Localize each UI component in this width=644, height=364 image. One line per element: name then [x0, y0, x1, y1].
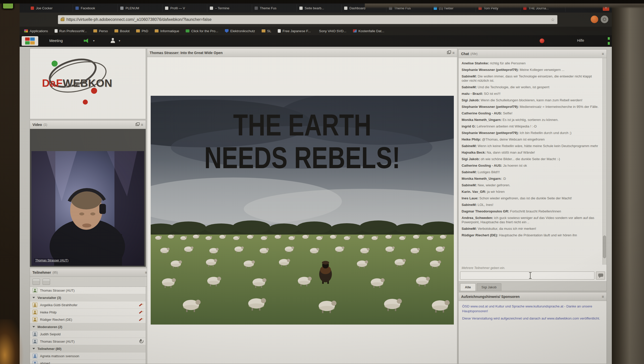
bookmark-label: Run ProfessorW...: [59, 29, 87, 33]
browser-action-icon[interactable]: [591, 16, 598, 23]
bookmark-item[interactable]: Perso: [93, 29, 108, 33]
tab-favicon-icon: [120, 7, 124, 10]
chat-pod-header: Chat (Alle) ≡: [459, 50, 607, 58]
browser-tab[interactable]: Facebook: [73, 4, 118, 12]
logo-square-green: [25, 41, 30, 44]
send-message-button[interactable]: [596, 271, 605, 280]
chat-text: oh wie schöne Bilder... die dunkle Seite…: [481, 157, 560, 161]
bookmark-icon: [353, 29, 357, 32]
chat-message: SabineMNee, wieder gefroren.: [462, 183, 599, 187]
browser-tab[interactable]: Joe Cocker: [28, 4, 73, 12]
browser-tab[interactable]: – Termine: [207, 4, 252, 12]
bookmark-item[interactable]: Click for the Pro...: [186, 29, 218, 33]
slide-image: THE EARTH NEEDS REBELS!: [151, 96, 454, 325]
participant-right-icon: [139, 332, 143, 336]
participant-right-icon: [139, 325, 143, 329]
chat-author: Dagmar Theodoropoulos GR: [462, 209, 510, 213]
bookmark-item[interactable]: PhD: [136, 29, 148, 33]
tab-favicon-icon: [31, 7, 34, 10]
bookmark-item[interactable]: Kostenfalle Dat...: [353, 29, 384, 33]
tab-favicon-icon: [75, 7, 79, 10]
chat-author: Stephanie Woessner (petiteprof79): [462, 131, 520, 135]
chat-author: Sigi Jakob: [462, 157, 481, 161]
chat-message: SabineMLOL, Ines!: [462, 203, 599, 207]
monitor-bezel: [612, 0, 644, 364]
bookmark-icon: [93, 29, 97, 32]
bookmark-item[interactable]: Sony VAIO SVD...: [317, 29, 346, 33]
fullscreen-icon[interactable]: [447, 51, 450, 54]
participant-row[interactable]: Teilnehmer (80): [30, 345, 146, 352]
bookmark-star-icon[interactable]: ☆: [551, 17, 555, 22]
view-options-button[interactable]: [43, 279, 50, 285]
speaker-dropdown-caret-icon[interactable]: ▾: [93, 39, 95, 42]
chat-scrollbar-thumb[interactable]: [603, 236, 606, 258]
browser-tab[interactable]: Profil — V: [163, 4, 207, 12]
pod-menu-icon[interactable]: ≡: [602, 52, 604, 56]
participant-row[interactable]: Thomas Strasser (AUT): [30, 338, 146, 345]
participants-toolbar: [30, 277, 150, 287]
sponsor-text-line: Diese Veranstaltung wird aufgezeichnet u…: [462, 316, 603, 321]
chat-author: Rüdiger Riechert (DE): [462, 233, 499, 237]
bookmark-item[interactable]: Applications: [24, 29, 48, 33]
gear-icon[interactable]: [601, 16, 608, 23]
pod-menu-icon[interactable]: ≡: [602, 295, 604, 298]
participant-row[interactable]: Thomas Strasser (AUT): [30, 287, 146, 294]
chat-tabs: Alle Sigi Jakob: [459, 281, 607, 291]
bookmark-label: Free Japanese F...: [283, 29, 311, 33]
chat-text: Selfie!: [503, 111, 513, 115]
group-collapse-icon[interactable]: [32, 326, 35, 328]
bookmark-label: Boulot: [120, 29, 130, 33]
chat-text: Schon wieder eingefroren, das ist die du…: [479, 196, 572, 200]
chat-text: Ja hoeren ist ok: [503, 164, 527, 167]
pod-menu-icon[interactable]: ≡: [452, 51, 455, 55]
chat-tab[interactable]: Alle: [460, 283, 476, 291]
logo-square-yellow: [30, 41, 35, 44]
participant-row[interactable]: Veranstalter (3): [30, 294, 146, 301]
chat-scrollbar[interactable]: [602, 58, 607, 265]
browser-tab[interactable]: PLENUM: [118, 4, 163, 12]
bookmark-item[interactable]: Boulot: [114, 29, 130, 33]
chat-message: Hajnalka BeckNa, dann stößt man auf Wänd…: [462, 150, 599, 155]
speaker-icon[interactable]: [84, 38, 89, 43]
bookmark-item[interactable]: Informatique: [155, 29, 179, 33]
bookmark-item[interactable]: Elektronikschutz: [225, 29, 255, 33]
group-collapse-icon[interactable]: [32, 348, 35, 349]
webcam-image: [31, 151, 144, 266]
chat-message: Dagmar Theodoropoulos GRFortschritt brau…: [462, 209, 599, 213]
chat-message: ingrid GLehrerInnen arbeiten mit Wikiped…: [462, 124, 599, 128]
participant-row[interactable]: Moderatoren (2): [30, 323, 146, 331]
set-status-button[interactable]: [32, 279, 40, 285]
chat-message: Heike Philp@Thomas, deine Webcam ist ein…: [462, 137, 599, 142]
participant-row[interactable]: Agneta mattsson svensson: [30, 352, 146, 360]
participants-pod: Teilnehmer (85) ≡ Tho: [30, 268, 150, 364]
status-person-icon[interactable]: [110, 38, 115, 43]
participant-row[interactable]: Judith Seipold: [30, 331, 146, 338]
chat-input[interactable]: [460, 271, 594, 280]
tab-label: Seite bearb...: [305, 6, 324, 10]
browser-tab[interactable]: Theme Fus: [252, 4, 297, 12]
bookmark-item[interactable]: SL: [262, 29, 271, 33]
chat-tab-label: Alle: [465, 285, 471, 289]
participant-row[interactable]: Angelika Güttl-Strahlhofer: [30, 301, 146, 309]
chat-tab[interactable]: Sigi Jakob: [477, 283, 501, 291]
bookmark-item[interactable]: Free Japanese F...: [278, 29, 311, 33]
url-bar[interactable]: https://virtuelle-ph.adobeconnect.com/_a…: [58, 15, 557, 24]
participant-row[interactable]: Heike Philp: [30, 309, 146, 316]
browser-tab[interactable]: Seite bearb...: [297, 4, 342, 12]
status-dropdown-caret-icon[interactable]: ▾: [119, 39, 120, 42]
chat-author: SabineM: [462, 170, 478, 174]
chat-message: SabineMWenn ich keine Rebellin wäre, hät…: [462, 144, 599, 148]
bookmark-item[interactable]: Run ProfessorW...: [55, 29, 87, 33]
fullscreen-icon[interactable]: [136, 123, 139, 126]
chat-author: Stephanie Woessner (petiteprof79): [462, 105, 520, 109]
group-collapse-icon[interactable]: [32, 297, 35, 298]
participant-row[interactable]: ahmed: [30, 360, 146, 364]
participant-row[interactable]: Rüdiger Riechert (DE): [30, 316, 146, 323]
logo-webkon: WEBKON: [63, 77, 112, 89]
bookmark-icon: [225, 29, 229, 33]
meeting-menu[interactable]: Meeting: [49, 38, 63, 43]
help-menu[interactable]: Hilfe: [577, 38, 584, 42]
chat-message: Sigi Jakoboh wie schöne Bilder... die du…: [462, 157, 599, 161]
chat-message: Catherine Gosling - AUSJa hoeren ist ok: [462, 163, 599, 168]
pod-menu-icon[interactable]: ≡: [141, 123, 143, 126]
